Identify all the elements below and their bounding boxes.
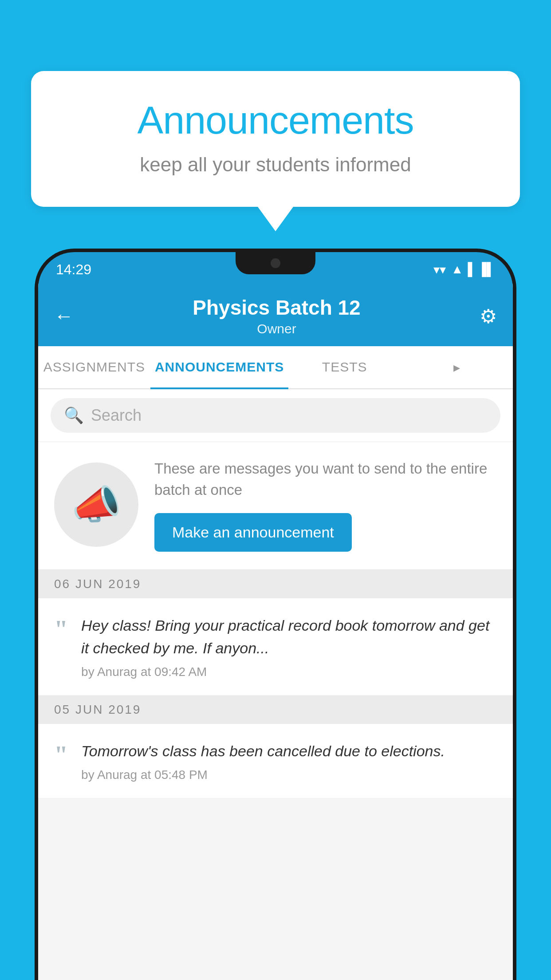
announcement-text-1: Hey class! Bring your practical record b… xyxy=(81,614,497,660)
date-separator-2: 05 JUN 2019 xyxy=(38,695,513,724)
phone-notch xyxy=(236,252,315,274)
signal-icon: ▲▐ xyxy=(451,262,472,277)
bubble-subtitle: keep all your students informed xyxy=(67,154,484,176)
app-screen: ← Physics Batch 12 Owner ⚙ ASSIGNMENTS A… xyxy=(38,283,513,980)
promo-section: 📣 These are messages you want to send to… xyxy=(38,442,513,570)
phone-inner: 14:29 ▾▾ ▲▐ ▐▌ ← Physics Batch 12 Owner … xyxy=(38,252,513,980)
speech-bubble-section: Announcements keep all your students inf… xyxy=(31,71,520,231)
quote-icon-1: " xyxy=(54,617,68,642)
tab-bar: ASSIGNMENTS ANNOUNCEMENTS TESTS ▸ xyxy=(38,346,513,389)
announcement-item-2[interactable]: " Tomorrow's class has been cancelled du… xyxy=(38,724,513,798)
tab-announcements[interactable]: ANNOUNCEMENTS xyxy=(150,346,288,388)
phone-frame: 14:29 ▾▾ ▲▐ ▐▌ ← Physics Batch 12 Owner … xyxy=(35,249,516,980)
announcement-content-1: Hey class! Bring your practical record b… xyxy=(81,614,497,679)
promo-description: These are messages you want to send to t… xyxy=(154,458,497,501)
tab-assignments[interactable]: ASSIGNMENTS xyxy=(38,346,150,388)
wifi-icon: ▾▾ xyxy=(433,262,446,277)
megaphone-icon: 📣 xyxy=(71,482,121,528)
bubble-title: Announcements xyxy=(67,98,484,143)
app-header: ← Physics Batch 12 Owner ⚙ xyxy=(38,283,513,346)
camera-dot xyxy=(271,258,280,268)
announcement-content-2: Tomorrow's class has been cancelled due … xyxy=(81,740,497,782)
announcement-text-2: Tomorrow's class has been cancelled due … xyxy=(81,740,497,763)
search-icon: 🔍 xyxy=(64,406,84,425)
status-time: 14:29 xyxy=(56,261,91,278)
settings-button[interactable]: ⚙ xyxy=(480,305,497,328)
announcement-item-1[interactable]: " Hey class! Bring your practical record… xyxy=(38,598,513,695)
quote-icon-2: " xyxy=(54,743,68,767)
battery-icon: ▐▌ xyxy=(477,262,495,277)
header-title: Physics Batch 12 xyxy=(74,296,480,320)
announcement-meta-1: by Anurag at 09:42 AM xyxy=(81,665,497,679)
make-announcement-button[interactable]: Make an announcement xyxy=(154,513,352,552)
back-button[interactable]: ← xyxy=(54,305,74,327)
promo-icon-circle: 📣 xyxy=(54,462,138,547)
date-separator-1: 06 JUN 2019 xyxy=(38,570,513,598)
search-placeholder: Search xyxy=(91,406,142,425)
speech-bubble-card: Announcements keep all your students inf… xyxy=(31,71,520,207)
status-icons: ▾▾ ▲▐ ▐▌ xyxy=(433,262,495,277)
header-center: Physics Batch 12 Owner xyxy=(74,296,480,336)
speech-bubble-arrow xyxy=(258,207,293,231)
search-container: 🔍 Search xyxy=(38,389,513,442)
promo-content: These are messages you want to send to t… xyxy=(154,458,497,552)
tab-more[interactable]: ▸ xyxy=(401,346,513,388)
header-subtitle: Owner xyxy=(74,321,480,336)
announcement-meta-2: by Anurag at 05:48 PM xyxy=(81,768,497,782)
tab-tests[interactable]: TESTS xyxy=(288,346,401,388)
search-bar[interactable]: 🔍 Search xyxy=(51,398,500,433)
